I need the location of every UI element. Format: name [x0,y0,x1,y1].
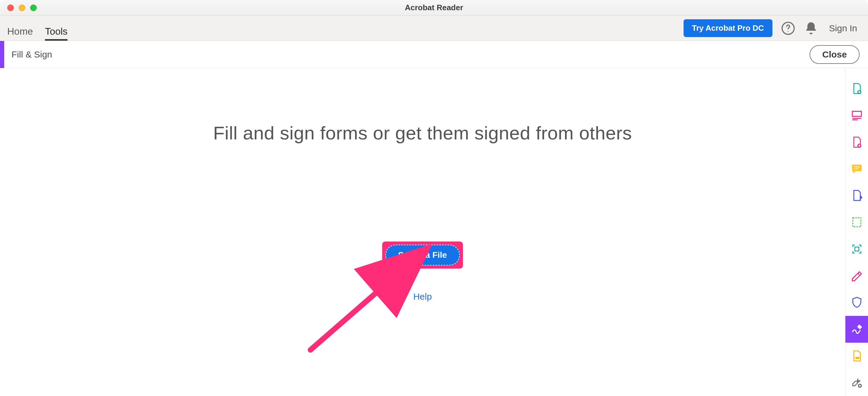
tool-name-label: Fill & Sign [11,50,52,60]
minimize-window-button[interactable] [19,4,25,11]
window-controls [7,4,37,11]
export-pdf-icon[interactable] [845,182,868,209]
redact-icon[interactable] [845,262,868,289]
svg-line-2 [310,269,404,350]
window-titlebar: Acrobat Reader [0,0,868,16]
tab-home[interactable]: Home [7,26,33,41]
svg-rect-4 [852,111,861,117]
main-tabs: Home Tools [7,16,67,41]
help-icon[interactable] [781,21,795,36]
close-window-button[interactable] [7,4,14,11]
notifications-icon[interactable] [804,21,818,36]
annotation-highlight: Select a File [382,241,463,269]
select-file-button[interactable]: Select a File [385,244,460,266]
try-acrobat-button[interactable]: Try Acrobat Pro DC [684,19,772,37]
svg-point-1 [787,31,788,32]
svg-rect-10 [852,218,861,227]
tool-context-bar: Fill & Sign Close [0,41,868,68]
stamp-icon[interactable] [845,343,868,369]
svg-rect-11 [855,247,859,251]
main-content: Fill and sign forms or get them signed f… [0,68,845,396]
compress-pdf-icon[interactable] [845,236,868,263]
edit-pdf-icon[interactable] [845,129,868,156]
protect-icon[interactable] [845,289,868,316]
create-pdf-icon[interactable] [845,75,868,102]
help-link[interactable]: Help [413,292,432,302]
tool-accent-bar [0,41,4,68]
comment-icon[interactable] [845,155,868,182]
combine-files-icon[interactable] [845,102,868,129]
more-tools-icon[interactable] [845,369,868,396]
sign-in-link[interactable]: Sign In [829,23,857,33]
organize-pages-icon[interactable] [845,209,868,236]
page-heading: Fill and sign forms or get them signed f… [0,122,845,144]
svg-rect-12 [855,357,859,359]
fill-sign-icon[interactable] [845,316,868,343]
window-title: Acrobat Reader [0,3,868,12]
top-toolbar: Home Tools Try Acrobat Pro DC Sign In [0,16,868,41]
maximize-window-button[interactable] [30,4,37,11]
close-tool-button[interactable]: Close [809,45,860,64]
right-tool-rail [845,68,868,396]
tab-tools[interactable]: Tools [45,26,67,41]
